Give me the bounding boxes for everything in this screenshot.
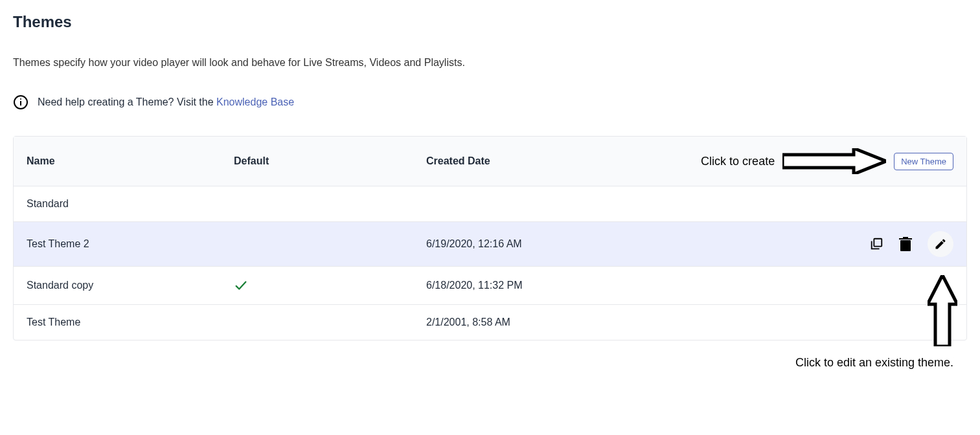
svg-rect-6 bbox=[899, 238, 912, 240]
annotation-create-label: Click to create bbox=[701, 155, 775, 168]
help-text-wrap: Need help creating a Theme? Visit the Kn… bbox=[38, 96, 294, 108]
theme-created-date: 6/18/2020, 11:32 PM bbox=[426, 280, 850, 291]
check-icon bbox=[234, 278, 248, 293]
delete-button[interactable] bbox=[899, 237, 912, 251]
table-row[interactable]: Standard bbox=[14, 186, 966, 221]
info-icon bbox=[13, 95, 28, 110]
column-header-default: Default bbox=[234, 155, 426, 167]
header-actions: Click to create New Theme bbox=[707, 148, 953, 174]
column-header-created: Created Date bbox=[426, 155, 707, 167]
edit-button[interactable] bbox=[928, 231, 953, 257]
svg-rect-5 bbox=[900, 240, 911, 251]
theme-name: Standard copy bbox=[27, 280, 234, 291]
knowledge-base-link[interactable]: Knowledge Base bbox=[216, 96, 294, 107]
new-theme-button[interactable]: New Theme bbox=[894, 153, 953, 170]
pencil-icon bbox=[934, 238, 947, 251]
page-title: Themes bbox=[13, 13, 967, 31]
arrow-up-icon bbox=[928, 275, 957, 346]
svg-marker-8 bbox=[928, 275, 957, 346]
theme-created-date: 6/19/2020, 12:16 AM bbox=[426, 238, 850, 250]
theme-name: Standard bbox=[27, 198, 234, 210]
arrow-right-icon bbox=[782, 148, 886, 174]
svg-rect-7 bbox=[903, 237, 908, 238]
copy-icon bbox=[869, 237, 883, 251]
help-text: Need help creating a Theme? Visit the bbox=[38, 96, 216, 107]
column-header-name: Name bbox=[27, 155, 234, 167]
table-row[interactable]: Test Theme2/1/2001, 8:58 AM bbox=[14, 304, 966, 340]
svg-marker-3 bbox=[782, 148, 886, 174]
table-header: Name Default Created Date Click to creat… bbox=[14, 137, 966, 186]
theme-created-date: 2/1/2001, 8:58 AM bbox=[426, 317, 850, 328]
theme-name: Test Theme 2 bbox=[27, 238, 234, 250]
table-row[interactable]: Standard copy6/18/2020, 11:32 PM bbox=[14, 266, 966, 304]
themes-table: Name Default Created Date Click to creat… bbox=[13, 136, 967, 340]
table-row[interactable]: Test Theme 26/19/2020, 12:16 AM bbox=[14, 221, 966, 266]
copy-button[interactable] bbox=[869, 237, 883, 251]
annotation-edit-arrow bbox=[928, 275, 957, 346]
svg-rect-4 bbox=[874, 239, 882, 247]
theme-name: Test Theme bbox=[27, 317, 234, 328]
trash-icon bbox=[899, 237, 912, 251]
row-actions bbox=[850, 231, 953, 257]
help-row: Need help creating a Theme? Visit the Kn… bbox=[13, 95, 967, 110]
theme-default bbox=[234, 278, 426, 293]
svg-point-2 bbox=[20, 98, 21, 100]
page-description: Themes specify how your video player wil… bbox=[13, 57, 967, 69]
